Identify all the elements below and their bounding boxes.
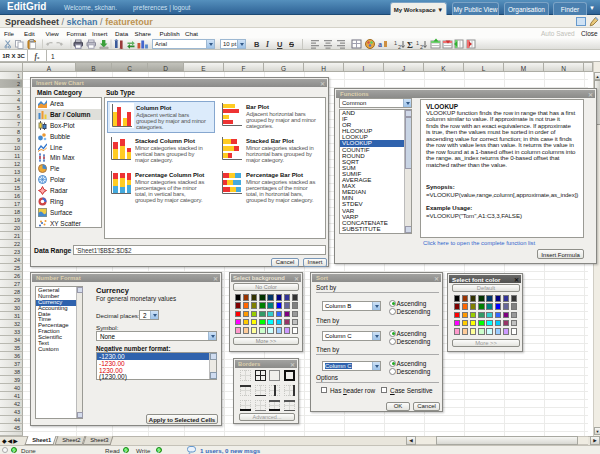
svg-text:Σ: Σ [407,40,413,50]
svg-text:1: 1 [416,40,419,46]
svg-text:a: a [378,40,382,49]
svg-text:1: 1 [394,40,397,46]
